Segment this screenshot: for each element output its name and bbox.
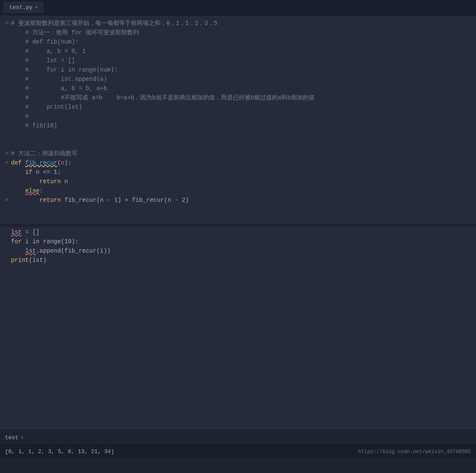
- code-line-20: ⊟ return fib_recur(n - 1) + fib_recur(n …: [0, 195, 476, 205]
- indent-20: [11, 195, 39, 205]
- code-text-14: [11, 140, 14, 149]
- bottom-tab-label: test: [5, 434, 18, 441]
- indent-17: [11, 168, 25, 177]
- for-range: i in range(10):: [22, 237, 78, 246]
- fold-icon-1[interactable]: ⊟: [3, 19, 10, 28]
- keyword-return-1: return: [39, 177, 61, 186]
- output-text: [0, 1, 1, 2, 3, 5, 8, 13, 21, 34]: [5, 448, 114, 455]
- assign-lst: = []: [22, 228, 39, 237]
- code-line-1: ⊟ # 斐波那契数列是第三项开始，每一项都等于前两项之和，0，1，1，2，3，5: [0, 19, 476, 28]
- code-text-22: [11, 214, 14, 223]
- code-line-23: lst = []: [0, 228, 476, 237]
- code-text-2: # 方法一：使用 for 循环写斐波那契数列: [11, 28, 139, 37]
- keyword-for: for: [11, 237, 22, 246]
- code-line-26: print(lst): [0, 256, 476, 265]
- code-text-5: # lst = []: [11, 56, 75, 65]
- code-text-12: # fib(10): [11, 121, 57, 130]
- code-text-6: # for i in range(num):: [11, 65, 118, 74]
- code-text-21: [11, 205, 14, 214]
- editor-area: ⊟ # 斐波那契数列是第三项开始，每一项都等于前两项之和，0，1，1，2，3，5…: [0, 15, 476, 430]
- url-text: https://blog.csdn.net/weixin_43700505: [358, 449, 471, 455]
- else-colon: :: [39, 186, 43, 195]
- fold-icon-16[interactable]: ⊟: [3, 158, 10, 168]
- title-bar: test.py ×: [0, 0, 476, 15]
- code-line-6: # for i in range(num):: [0, 65, 476, 74]
- var-lst-2: lst: [25, 246, 36, 256]
- print-call: (lst): [29, 256, 47, 265]
- code-line-13: [0, 130, 476, 140]
- code-line-16: ⊟ def fib_recur(n):: [0, 158, 476, 168]
- code-text-4: # a, b = 0, 1: [11, 47, 86, 56]
- code-text-7: # lst.append(a): [11, 74, 107, 84]
- section-separator: [0, 224, 476, 227]
- code-text-8: # a, b = b, a+b: [11, 84, 107, 93]
- keyword-if: if: [25, 168, 33, 177]
- code-text-3: # def fib(num):: [11, 37, 79, 47]
- code-line-18: return n: [0, 177, 476, 186]
- keyword-else: else: [25, 186, 40, 195]
- code-line-12: # fib(10): [0, 121, 476, 130]
- code-line-3: # def fib(num):: [0, 37, 476, 47]
- paren-open: (: [57, 158, 61, 168]
- indent-18: [11, 177, 39, 186]
- code-line-9: # #不能写成 a=b b=a+b，因为b就不是前两位相加的值，而是已经被b赋过…: [0, 93, 476, 102]
- bottom-tab[interactable]: test ×: [5, 434, 24, 441]
- code-text-13: [11, 130, 14, 140]
- code-line-15: ⊟ # 方法二：用递归函数写: [0, 149, 476, 158]
- func-name: fib_recur: [25, 158, 58, 168]
- output-bar: [0, 1, 1, 2, 3, 5, 8, 13, 21, 34] https:…: [0, 445, 476, 458]
- param-n: n: [61, 158, 64, 168]
- code-line-11: #: [0, 112, 476, 121]
- code-text-1: # 斐波那契数列是第三项开始，每一项都等于前两项之和，0，1，1，2，3，5: [11, 19, 217, 28]
- code-line-17: if n <= 1:: [0, 168, 476, 177]
- code-line-19: else:: [0, 186, 476, 195]
- fold-icon-15[interactable]: ⊟: [3, 149, 10, 158]
- return-val-2: fib_recur(n - 1) + fib_recur(n - 2): [61, 195, 189, 205]
- code-line-8: # a, b = b, a+b: [0, 84, 476, 93]
- code-line-25: lst.append(fib_recur(i)): [0, 246, 476, 256]
- code-line-22: [0, 214, 476, 223]
- tab-close-button[interactable]: ×: [35, 5, 38, 10]
- fold-icon-20[interactable]: ⊟: [3, 195, 10, 205]
- tab-filename: test.py: [9, 4, 33, 11]
- indent-19: [11, 186, 25, 195]
- bottom-tab-close-button[interactable]: ×: [21, 435, 24, 440]
- code-line-24: for i in range(10):: [0, 237, 476, 246]
- code-line-4: # a, b = 0, 1: [0, 47, 476, 56]
- var-lst: lst: [11, 228, 22, 237]
- return-val-1: n: [61, 177, 68, 186]
- append-call: .append(fib_recur(i)): [36, 246, 111, 256]
- keyword-return-2: return: [39, 195, 61, 205]
- code-line-5: # lst = []: [0, 56, 476, 65]
- code-line-2: # 方法一：使用 for 循环写斐波那契数列: [0, 28, 476, 37]
- code-text-10: # print(lst): [11, 102, 82, 112]
- indent-25: [11, 246, 25, 256]
- if-cond: n <= 1:: [32, 168, 61, 177]
- bottom-tab-bar: test ×: [0, 430, 476, 445]
- keyword-def: def: [11, 158, 25, 168]
- code-line-7: # lst.append(a): [0, 74, 476, 84]
- code-line-14: [0, 140, 476, 149]
- code-text-9: # #不能写成 a=b b=a+b，因为b就不是前两位相加的值，而是已经被b赋过…: [11, 93, 315, 102]
- code-text-15: # 方法二：用递归函数写: [11, 149, 77, 158]
- editor-tab[interactable]: test.py ×: [3, 2, 44, 13]
- code-line-10: # print(lst): [0, 102, 476, 112]
- code-line-21: [0, 205, 476, 214]
- code-text-11: #: [11, 112, 29, 121]
- paren-close: ):: [64, 158, 72, 168]
- keyword-print: print: [11, 256, 29, 265]
